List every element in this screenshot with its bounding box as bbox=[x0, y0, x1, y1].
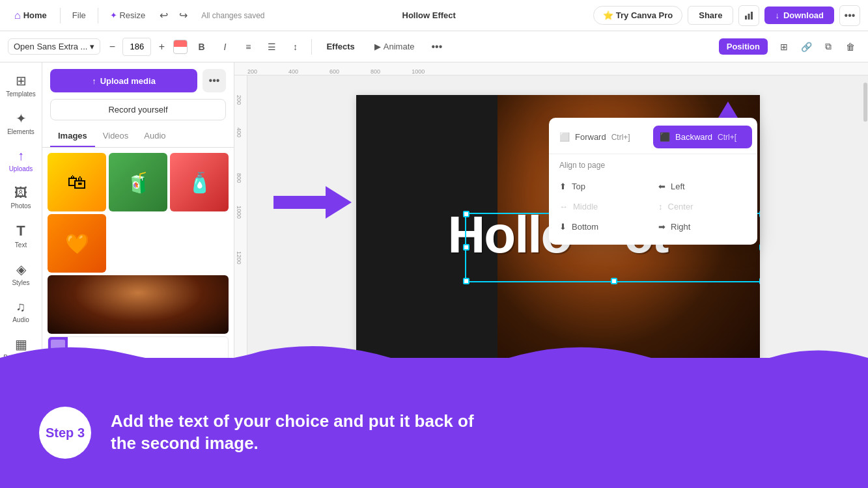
topbar-center: Hollow Effect bbox=[270, 10, 588, 20]
handle-br[interactable] bbox=[759, 278, 760, 284]
link-icon-btn[interactable]: 🔗 bbox=[796, 37, 816, 57]
media-item-4[interactable]: 🧡 bbox=[48, 214, 106, 273]
sidebar-item-text[interactable]: T Text bbox=[3, 217, 39, 254]
arrow-svg bbox=[273, 186, 352, 219]
ruler-marks: 200 400 600 800 1000 bbox=[247, 62, 456, 75]
backward-item[interactable]: ⬛ Backward Ctrl+[ bbox=[653, 126, 752, 148]
position-button[interactable]: Position bbox=[719, 38, 768, 55]
share-button[interactable]: Share bbox=[688, 6, 733, 25]
media-item-2[interactable]: 🧃 bbox=[109, 153, 167, 211]
tab-audio[interactable]: Audio bbox=[136, 126, 173, 147]
forward-label: Forward bbox=[575, 132, 606, 142]
sidebar-item-uploads[interactable]: ↑ Uploads bbox=[3, 143, 39, 178]
animate-button[interactable]: ▶ Animate bbox=[367, 38, 423, 55]
panel-more-button[interactable]: ••• bbox=[203, 69, 226, 92]
spacing-button[interactable]: ↕ bbox=[285, 37, 305, 57]
handle-bm[interactable] bbox=[611, 278, 617, 284]
right-align-item[interactable]: ➡ Right bbox=[653, 217, 752, 237]
middle-align-item[interactable]: ↔ Middle bbox=[554, 197, 653, 217]
step-circle: Step 3 bbox=[39, 407, 91, 459]
list-button[interactable]: ☰ bbox=[262, 37, 281, 57]
record-row: Record yourself bbox=[42, 99, 234, 126]
grid-icon-btn[interactable]: ⊞ bbox=[774, 37, 794, 57]
home-button[interactable]: ⌂ Home bbox=[8, 7, 53, 24]
tab-videos[interactable]: Videos bbox=[95, 126, 137, 147]
scrollbar-thumb[interactable] bbox=[863, 83, 867, 122]
pro-star-icon: ⭐ bbox=[603, 10, 613, 20]
sidebar-item-elements[interactable]: ✦ Elements bbox=[3, 105, 39, 141]
file-button[interactable]: File bbox=[67, 8, 91, 23]
sidebar-item-styles[interactable]: ◈ Styles bbox=[3, 256, 39, 291]
forward-shortcut: Ctrl+] bbox=[611, 133, 630, 142]
sidebar-item-templates[interactable]: ⊞ Templates bbox=[3, 68, 39, 103]
sidebar-label-styles: Styles bbox=[12, 279, 29, 286]
left-align-item[interactable]: ⬅ Left bbox=[653, 176, 752, 197]
photos-icon: 🖼 bbox=[14, 185, 27, 200]
handle-tl[interactable] bbox=[463, 211, 469, 217]
tab-images[interactable]: Images bbox=[50, 126, 95, 147]
font-name: Open Sans Extra ... bbox=[14, 42, 87, 51]
center-align-icon: ↕ bbox=[658, 202, 663, 211]
redo-button[interactable]: ↪ bbox=[174, 7, 192, 25]
download-icon: ↓ bbox=[775, 10, 779, 20]
record-button[interactable]: Record yourself bbox=[50, 99, 226, 120]
handle-bl[interactable] bbox=[463, 278, 469, 284]
more-toolbar-button[interactable]: ••• bbox=[427, 38, 448, 56]
upload-media-button[interactable]: ↑ Upload media bbox=[50, 69, 197, 92]
align-section-label: Align to page bbox=[549, 157, 757, 174]
handle-tr[interactable] bbox=[759, 211, 760, 217]
separator-1 bbox=[311, 39, 312, 55]
effects-button[interactable]: Effects bbox=[318, 38, 362, 55]
middle-align-icon: ↔ bbox=[559, 202, 568, 211]
animate-label: Animate bbox=[384, 42, 415, 51]
upload-label: Upload media bbox=[100, 76, 156, 86]
divider-2 bbox=[98, 8, 98, 23]
svg-rect-1 bbox=[748, 14, 750, 20]
analytics-button[interactable] bbox=[738, 5, 759, 26]
backward-shortcut: Ctrl+[ bbox=[718, 133, 736, 142]
center-align-item[interactable]: ↕ Center bbox=[653, 197, 752, 217]
top-align-item[interactable]: ⬆ Top bbox=[554, 176, 653, 197]
sidebar-label-templates: Templates bbox=[6, 90, 36, 98]
align-left-button[interactable]: ≡ bbox=[238, 37, 258, 57]
step-text-line2: the second image. bbox=[111, 433, 474, 455]
handle-lm[interactable] bbox=[463, 244, 469, 251]
sidebar-label-photos: Photos bbox=[10, 202, 31, 210]
step-text-line1: Add the text of your choice and put it b… bbox=[111, 411, 474, 433]
forward-icon: ⬜ bbox=[559, 132, 570, 142]
home-icon: ⌂ bbox=[14, 10, 21, 21]
sidebar-item-photos[interactable]: 🖼 Photos bbox=[3, 180, 39, 215]
backward-icon: ⬛ bbox=[660, 132, 670, 142]
font-selector[interactable]: Open Sans Extra ... ▾ bbox=[8, 38, 100, 55]
media-item-portrait[interactable] bbox=[48, 275, 229, 334]
undo-button[interactable]: ↩ bbox=[154, 7, 173, 25]
bottom-align-item[interactable]: ⬇ Bottom bbox=[554, 217, 653, 237]
download-label: Download bbox=[783, 10, 824, 20]
media-item-1[interactable]: 🛍 bbox=[48, 153, 106, 211]
topbar-left: ⌂ Home File ✦ Resize ↩ ↪ All changes sav… bbox=[8, 7, 265, 25]
font-size-decrease[interactable]: − bbox=[104, 39, 120, 55]
sidebar-item-audio[interactable]: ♫ Audio bbox=[3, 294, 39, 329]
elements-icon: ✦ bbox=[16, 111, 27, 126]
resize-button[interactable]: ✦ Resize bbox=[105, 8, 150, 23]
delete-icon-btn[interactable]: 🗑 bbox=[841, 37, 860, 57]
sidebar-label-audio: Audio bbox=[12, 316, 29, 323]
try-pro-button[interactable]: ⭐ Try Canva Pro bbox=[593, 6, 682, 25]
analytics-icon bbox=[744, 11, 753, 20]
italic-button[interactable]: I bbox=[215, 37, 234, 57]
wave-content: Step 3 Add the text of your choice and p… bbox=[0, 377, 868, 488]
font-size-increase[interactable]: + bbox=[154, 39, 169, 55]
left-align-icon: ⬅ bbox=[658, 182, 665, 191]
media-item-3[interactable]: 🧴 bbox=[170, 153, 229, 211]
media-grid-row1: 🛍 🧃 🧴 🧡 bbox=[48, 153, 229, 273]
more-options-button[interactable]: ••• bbox=[839, 5, 860, 26]
font-size-input[interactable] bbox=[122, 38, 151, 56]
sidebar-label-elements: Elements bbox=[7, 128, 35, 135]
copy-icon-btn[interactable]: ⧉ bbox=[819, 37, 838, 57]
download-button[interactable]: ↓ Download bbox=[764, 7, 834, 24]
forward-item[interactable]: ⬜ Forward Ctrl+] bbox=[554, 126, 653, 148]
color-swatch[interactable] bbox=[173, 40, 188, 54]
bold-button[interactable]: B bbox=[191, 37, 211, 57]
handle-rm[interactable] bbox=[759, 244, 760, 251]
uploads-icon: ↑ bbox=[18, 148, 24, 163]
